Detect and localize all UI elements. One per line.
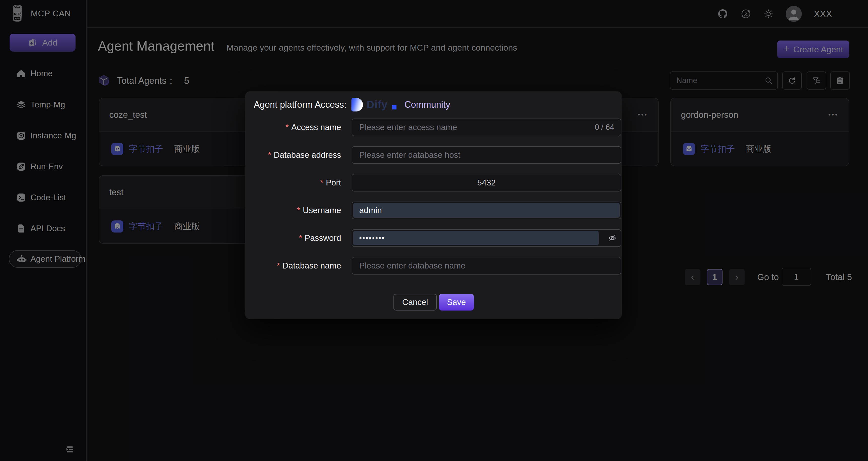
modal-title: Agent platform Access: (254, 99, 346, 110)
dify-logo-icon (351, 98, 363, 111)
database-name-field (352, 257, 621, 274)
field-label: Database name (282, 261, 341, 270)
username-input[interactable] (352, 202, 621, 219)
access-name-input[interactable] (352, 119, 621, 136)
field-label: Password (305, 233, 341, 243)
field-label: Username (303, 206, 341, 215)
field-label: Access name (291, 123, 341, 132)
username-field (352, 202, 621, 219)
save-button[interactable]: Save (439, 294, 474, 310)
cancel-button[interactable]: Cancel (394, 294, 437, 310)
database-name-input[interactable] (352, 257, 621, 274)
required-asterisk: * (320, 178, 323, 188)
access-name-field: 0 / 64 (352, 119, 621, 136)
port-input[interactable] (352, 174, 621, 191)
password-field (352, 229, 621, 247)
port-field (352, 174, 621, 192)
required-asterisk: * (268, 150, 271, 160)
required-asterisk: * (299, 233, 302, 243)
password-input[interactable] (352, 230, 621, 246)
required-asterisk: * (285, 123, 289, 132)
database-address-field (352, 146, 621, 164)
dify-wordmark: Dify (367, 99, 388, 111)
required-asterisk: * (297, 206, 300, 215)
field-label: Port (326, 178, 341, 188)
save-label: Save (447, 297, 466, 307)
dify-dot-icon (392, 105, 397, 109)
field-label: Database address (274, 150, 341, 160)
agent-platform-access-modal: Agent platform Access: Dify Community *A… (245, 91, 622, 319)
required-asterisk: * (277, 261, 280, 270)
char-counter: 0 / 64 (595, 119, 614, 136)
eye-off-icon[interactable] (607, 233, 617, 243)
community-badge: Community (405, 99, 451, 110)
cancel-label: Cancel (402, 297, 428, 307)
database-address-input[interactable] (352, 147, 621, 163)
app-root: MCP can MCP CAN Add Home (0, 0, 868, 461)
